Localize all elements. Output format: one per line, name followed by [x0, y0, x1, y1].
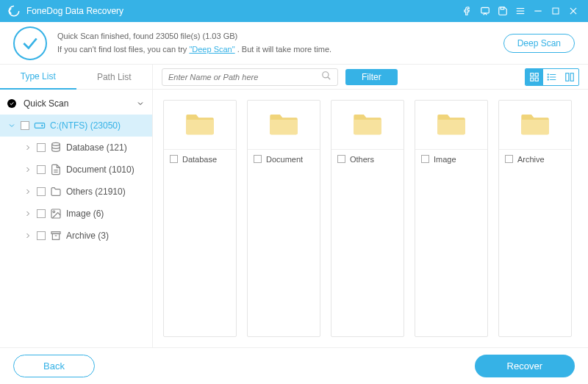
svg-rect-21: [531, 73, 534, 76]
save-icon[interactable]: [494, 0, 512, 22]
tree-item[interactable]: Others (21910): [0, 181, 152, 203]
tree-root-label: Quick Scan: [24, 98, 68, 109]
view-grid-button[interactable]: [526, 69, 543, 85]
svg-point-30: [548, 79, 548, 79]
back-button[interactable]: Back: [13, 355, 95, 377]
image-icon: [50, 208, 62, 220]
tree-root-quick-scan[interactable]: Quick Scan: [0, 93, 152, 115]
document-icon: [50, 164, 62, 175]
folder-card[interactable]: Archive: [498, 100, 572, 337]
svg-rect-9: [35, 123, 44, 128]
tree-item[interactable]: Image (6): [0, 203, 152, 225]
app-title: FoneDog Data Recovery: [26, 6, 459, 16]
svg-point-28: [548, 73, 548, 74]
svg-point-10: [42, 125, 43, 126]
svg-rect-23: [531, 78, 534, 81]
chevron-right-icon: [24, 209, 32, 218]
sidebar-tabs: Type List Path List: [0, 65, 152, 90]
svg-point-19: [323, 71, 329, 77]
folder-card[interactable]: Document: [247, 100, 320, 337]
drive-icon: [34, 120, 46, 131]
archive-icon: [50, 230, 62, 242]
success-check-icon: [13, 26, 47, 60]
content: Filter DatabaseDocumentOthersImageArchiv…: [153, 65, 588, 347]
tree: Quick Scan C:(NTFS) (23050) Database (12…: [0, 90, 152, 247]
search-input[interactable]: [168, 73, 321, 81]
status-messages: Quick Scan finished, found 23050 file(s)…: [57, 30, 503, 56]
folder-icon: [184, 111, 215, 136]
chevron-down-icon: [7, 121, 16, 130]
status-line-1: Quick Scan finished, found 23050 file(s)…: [57, 30, 503, 43]
tree-item-label: Database (121): [66, 142, 127, 153]
svg-rect-32: [570, 73, 573, 81]
checkbox[interactable]: [337, 155, 345, 163]
titlebar: FoneDog Data Recovery: [0, 0, 588, 22]
svg-point-15: [53, 211, 55, 213]
folder-icon: [436, 111, 467, 136]
view-detail-button[interactable]: [561, 69, 578, 85]
checkbox[interactable]: [37, 187, 46, 196]
status-line-2a: If you can't find lost files, you can tr…: [57, 45, 189, 54]
tab-path-list[interactable]: Path List: [76, 65, 153, 90]
chevron-right-icon: [24, 143, 32, 152]
svg-point-11: [52, 142, 60, 145]
tree-item-label: Others (21910): [66, 186, 126, 197]
svg-rect-6: [553, 8, 559, 14]
status-line-2b: . But it will take more time.: [237, 45, 331, 54]
folder-icon: [50, 186, 62, 198]
checkbox[interactable]: [254, 155, 262, 163]
checkbox[interactable]: [505, 155, 513, 163]
tree-drive-c[interactable]: C:(NTFS) (23050): [0, 115, 152, 137]
app-logo-icon: [7, 4, 21, 18]
folder-card-label: Others: [350, 155, 374, 164]
menu-icon[interactable]: [512, 0, 529, 22]
filter-button[interactable]: Filter: [345, 69, 398, 85]
search-box[interactable]: [162, 68, 338, 86]
checkbox[interactable]: [421, 155, 429, 163]
tree-item-label: Archive (3): [66, 231, 109, 241]
toolbar: Filter: [153, 65, 588, 90]
checkbox[interactable]: [37, 209, 46, 218]
checkbox[interactable]: [37, 165, 46, 174]
svg-rect-24: [535, 78, 538, 81]
recover-button[interactable]: Recover: [475, 355, 575, 377]
facebook-icon[interactable]: [459, 0, 476, 22]
svg-rect-1: [501, 7, 504, 10]
checkbox[interactable]: [37, 143, 46, 152]
tree-item-label: Document (1010): [66, 164, 135, 175]
tab-type-list[interactable]: Type List: [0, 65, 76, 90]
view-list-button[interactable]: [543, 69, 561, 85]
search-icon: [321, 70, 331, 84]
checkbox[interactable]: [21, 121, 29, 130]
feedback-icon[interactable]: [476, 0, 494, 22]
folder-card[interactable]: Others: [331, 100, 404, 337]
svg-line-20: [328, 76, 331, 79]
svg-rect-31: [566, 73, 569, 81]
tree-item[interactable]: Document (1010): [0, 159, 152, 181]
folder-icon: [268, 111, 299, 136]
tree-drive-label: C:(NTFS) (23050): [50, 120, 121, 131]
tree-item[interactable]: Database (121): [0, 137, 152, 159]
folder-card[interactable]: Database: [163, 100, 237, 337]
chevron-right-icon: [24, 165, 32, 174]
svg-rect-0: [481, 7, 490, 13]
footer: Back Recover: [0, 347, 588, 384]
checkbox[interactable]: [37, 231, 46, 240]
folder-icon: [520, 111, 551, 136]
folder-card[interactable]: Image: [415, 100, 488, 337]
deep-scan-link[interactable]: "Deep Scan": [189, 45, 234, 54]
folder-card-label: Archive: [517, 155, 545, 164]
minimize-button[interactable]: [529, 0, 547, 22]
tree-item-label: Image (6): [66, 209, 104, 219]
tree-item[interactable]: Archive (3): [0, 225, 152, 247]
sidebar: Type List Path List Quick Scan C:(NTFS) …: [0, 65, 153, 347]
folder-card-label: Image: [434, 155, 456, 164]
folder-icon: [352, 111, 383, 136]
chevron-down-icon: [136, 99, 145, 108]
close-button[interactable]: [564, 0, 582, 22]
maximize-button[interactable]: [547, 0, 564, 22]
checkbox[interactable]: [170, 155, 178, 163]
folder-grid: DatabaseDocumentOthersImageArchive: [153, 90, 588, 347]
bullet-icon: [7, 99, 16, 108]
deep-scan-button[interactable]: Deep Scan: [503, 34, 575, 53]
